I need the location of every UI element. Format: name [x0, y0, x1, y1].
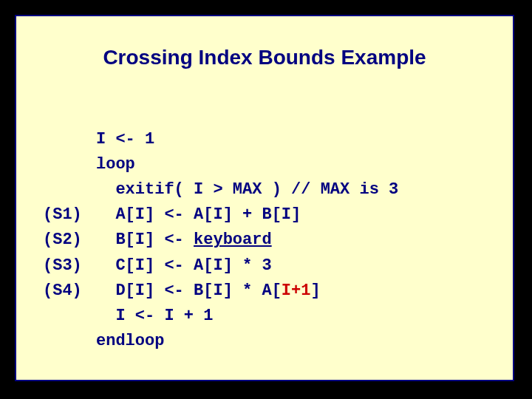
- keyboard-text: keyboard: [194, 231, 272, 249]
- line-label-s4: (S4): [43, 279, 96, 304]
- code-line: C[I] <- A[I] * 3: [96, 253, 272, 279]
- code-block: I <- 1 loop exitif( I > MAX ) // MAX is …: [43, 102, 513, 354]
- slide: Crossing Index Bounds Example I <- 1 loo…: [15, 15, 514, 381]
- code-line: I <- I + 1: [96, 304, 213, 329]
- code-line: A[I] <- A[I] + B[I]: [96, 202, 301, 228]
- code-text: B[I] <-: [96, 231, 194, 249]
- slide-title: Crossing Index Bounds Example: [16, 46, 513, 69]
- code-line: endloop: [96, 329, 164, 354]
- code-text: ]: [310, 282, 320, 300]
- line-label: [43, 329, 96, 354]
- code-line: exitif( I > MAX ) // MAX is 3: [96, 177, 398, 202]
- highlight-index: I+1: [282, 282, 311, 300]
- line-label: [43, 304, 96, 329]
- code-text: D[I] <- B[I] * A[: [96, 282, 282, 300]
- code-line: D[I] <- B[I] * A[I+1]: [96, 279, 321, 304]
- line-label: [43, 177, 96, 202]
- line-label-s1: (S1): [43, 202, 96, 228]
- line-label-s3: (S3): [43, 253, 96, 279]
- code-line: I <- 1: [96, 127, 154, 152]
- line-label: [43, 127, 96, 152]
- line-label-s2: (S2): [43, 228, 96, 253]
- code-line: B[I] <- keyboard: [96, 228, 272, 253]
- code-line: loop: [96, 152, 135, 177]
- line-label: [43, 152, 96, 177]
